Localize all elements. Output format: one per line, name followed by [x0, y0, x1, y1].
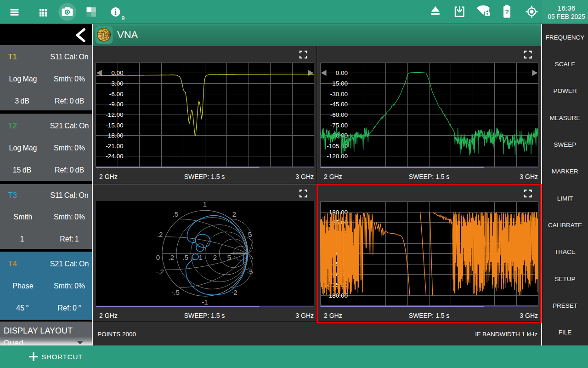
- svg-text:-45.00: -45.00: [330, 101, 348, 108]
- svg-text:-12.00: -12.00: [106, 111, 123, 118]
- svg-text:-5: -5: [247, 268, 253, 276]
- svg-text:VNA: VNA: [117, 29, 138, 40]
- svg-text:-21.00: -21.00: [106, 143, 123, 150]
- svg-text:.5: .5: [173, 210, 179, 218]
- svg-text:-120.00: -120.00: [327, 153, 348, 160]
- svg-text:-60.00: -60.00: [330, 111, 348, 118]
- svg-text:-15.00: -15.00: [330, 80, 348, 87]
- svg-text:16:36: 16:36: [558, 4, 576, 12]
- svg-text:-75.00: -75.00: [330, 122, 348, 129]
- svg-text:-30.00: -30.00: [330, 91, 348, 98]
- svg-text:5: 5: [227, 253, 231, 261]
- svg-text:5: 5: [248, 230, 252, 238]
- svg-text:05 FEB 2025: 05 FEB 2025: [548, 13, 585, 20]
- svg-text:-24.00: -24.00: [106, 153, 123, 160]
- svg-text:0: 0: [156, 253, 160, 261]
- svg-text:-15.00: -15.00: [106, 122, 123, 129]
- svg-text:2: 2: [232, 210, 236, 218]
- svg-text:9: 9: [122, 15, 125, 22]
- svg-text:-1: -1: [202, 298, 208, 306]
- svg-text:0.00: 0.00: [336, 69, 348, 76]
- svg-text:.2: .2: [168, 253, 174, 261]
- svg-text:.2: .2: [157, 230, 163, 238]
- svg-text:?: ?: [505, 8, 509, 16]
- svg-text:-9.00: -9.00: [109, 101, 124, 108]
- svg-text:-.5: -.5: [171, 288, 180, 296]
- svg-text:1: 1: [203, 200, 207, 208]
- svg-text:.5: .5: [182, 253, 188, 261]
- svg-text:1: 1: [199, 253, 203, 261]
- svg-text:-3.00: -3.00: [109, 80, 124, 87]
- svg-text:2: 2: [213, 253, 217, 261]
- svg-text:i: i: [114, 8, 117, 16]
- svg-text:-.2: -.2: [156, 268, 164, 276]
- svg-text:-6.00: -6.00: [109, 91, 124, 98]
- svg-text:-18.00: -18.00: [106, 132, 123, 139]
